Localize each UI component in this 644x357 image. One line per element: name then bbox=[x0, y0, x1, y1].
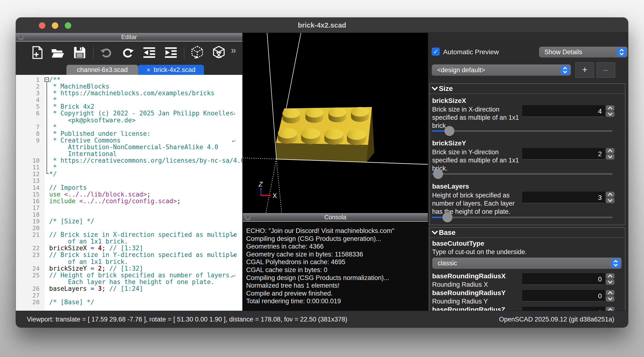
3d-viewport[interactable]: Z X bbox=[243, 33, 428, 213]
code-line: 2 * MachineBlocks bbox=[16, 83, 242, 90]
open-file-icon[interactable] bbox=[51, 46, 64, 59]
slider-handle[interactable] bbox=[442, 212, 452, 222]
toolbar-overflow-icon[interactable]: » bbox=[231, 45, 236, 56]
size-group: Size brickSizeX Brick size in X-directio… bbox=[430, 84, 625, 225]
code-editor[interactable]: − 1/**2 * MachineBlocks3 * https://machi… bbox=[16, 75, 242, 311]
redo-icon[interactable] bbox=[121, 46, 134, 59]
toolbar-separator bbox=[93, 46, 94, 59]
param-desc: Type of cut-out on the underside. bbox=[432, 248, 527, 256]
param-desc: Brick size in Y-direction bbox=[432, 148, 499, 156]
code-line: 15use <../../lib/block.scad>; bbox=[16, 191, 242, 198]
spinbox-value: 3 bbox=[598, 192, 602, 204]
wrap-indicator-icon: ↵ bbox=[232, 231, 235, 238]
size-group-header[interactable]: Size bbox=[430, 84, 625, 94]
preview-icon[interactable]: » bbox=[190, 46, 204, 59]
baseRoundingRadiusY-spinbox[interactable]: 0 bbox=[522, 290, 605, 302]
dropdown-value: Show Details bbox=[544, 47, 582, 57]
fold-marker-icon[interactable]: − bbox=[45, 78, 49, 82]
editor-toolbar: » » bbox=[16, 42, 242, 64]
param-desc: Height of brick specified as bbox=[432, 192, 510, 199]
code-line: 17 bbox=[16, 204, 242, 211]
param-name: brickSizeX bbox=[432, 97, 466, 104]
slider-handle[interactable] bbox=[433, 169, 443, 179]
code-line: 26baseLayers = 3; // [1:24] bbox=[16, 285, 242, 292]
size-group-title: Size bbox=[439, 85, 453, 92]
chevron-down-icon bbox=[432, 230, 438, 236]
title-bar[interactable]: brick-4x2.scad bbox=[16, 18, 628, 33]
brickSizeX-spin-buttons[interactable] bbox=[606, 105, 614, 117]
axis-x-label: X bbox=[272, 192, 277, 199]
unindent-icon[interactable] bbox=[142, 46, 156, 59]
baseLayers-slider[interactable] bbox=[432, 217, 612, 218]
baseRoundingRadiusY-spin-buttons[interactable] bbox=[606, 290, 614, 302]
add-preset-button[interactable]: + bbox=[576, 62, 594, 78]
console-line: CGAL cache size in bytes: 0 bbox=[246, 266, 426, 274]
code-line: 1/** bbox=[16, 76, 242, 83]
undo-icon[interactable] bbox=[100, 46, 113, 59]
indent-icon[interactable] bbox=[164, 46, 178, 59]
status-bar: Viewport: translate = [ 17.59 29.68 -7.7… bbox=[16, 311, 628, 328]
automatic-preview-checkbox[interactable]: ✓ bbox=[432, 48, 440, 56]
console-line: Normalized tree has 1 elements! bbox=[246, 282, 426, 290]
console-line: CGAL Polyhedrons in cache: 4695 bbox=[246, 258, 426, 266]
remove-preset-button[interactable]: – bbox=[596, 62, 615, 78]
param-name: baseRoundingRadiusX bbox=[432, 272, 506, 280]
spinbox-value: 4 bbox=[598, 106, 602, 117]
brickSizeY-spin-buttons[interactable] bbox=[606, 148, 614, 160]
baseRoundingRadiusX-spin-buttons[interactable] bbox=[606, 273, 614, 285]
code-line: of an 1x1 brick. bbox=[16, 258, 242, 265]
param-name: baseLayers bbox=[432, 182, 469, 190]
param-name: brickSizeY bbox=[432, 140, 466, 147]
checkmark-icon: ✓ bbox=[433, 48, 438, 55]
code-line: <pk@pksoftware.de> bbox=[16, 117, 242, 124]
slider-handle[interactable] bbox=[444, 126, 454, 136]
code-line: 22brickSizeX = 4; // [1:32] bbox=[16, 245, 242, 252]
save-file-icon[interactable] bbox=[73, 46, 86, 59]
tab-label: brick-4x2.scad bbox=[154, 66, 196, 74]
base-group-header[interactable]: Base bbox=[430, 228, 625, 238]
code-line: 20 bbox=[16, 224, 242, 231]
show-details-dropdown[interactable]: Show Details bbox=[539, 46, 628, 58]
baseRoundingRadiusX-spinbox[interactable]: 0 bbox=[522, 273, 605, 285]
code-line: 4 * bbox=[16, 96, 242, 103]
dropdown-stepper-icon bbox=[617, 48, 626, 56]
baseLayers-spin-buttons[interactable] bbox=[606, 192, 614, 203]
wrap-indicator-icon: ↵ bbox=[232, 272, 235, 278]
console-panel-header[interactable]: × Consola bbox=[243, 213, 428, 222]
code-line: 6 * Copyright (c) 2022 - 2025 Jan Philip… bbox=[16, 110, 242, 116]
version-status-text: OpenSCAD 2025.09.12 (git d38a6251a) bbox=[499, 311, 614, 328]
baseLayers-spinbox[interactable]: 3 bbox=[522, 192, 605, 203]
new-file-icon[interactable] bbox=[30, 46, 44, 59]
console-line: Geometries in cache: 4366 bbox=[246, 242, 426, 250]
console-panel-title: Consola bbox=[243, 213, 428, 221]
dropdown-stepper-icon bbox=[560, 66, 570, 74]
brickSizeY-slider[interactable] bbox=[432, 173, 612, 175]
openscad-window: brick-4x2.scad × Editar bbox=[16, 18, 628, 328]
preset-dropdown[interactable]: <design default> bbox=[432, 64, 571, 76]
viewport-console-column: Z X × Consola ECHO: "Join our Discord! V… bbox=[242, 33, 428, 311]
tab-brick-4x2[interactable]: ×brick-4x2.scad bbox=[138, 65, 204, 75]
editor-tab-bar: channel-6x3.scad ×brick-4x2.scad bbox=[16, 64, 242, 75]
code-line: 5 * Brick 4x2 bbox=[16, 103, 242, 110]
param-desc: specified as multiple of an 1x1 bbox=[432, 114, 519, 122]
code-line: 16include <../../config/config.scad>; bbox=[16, 198, 242, 204]
code-line: 19/* [Size] */ bbox=[16, 218, 242, 224]
tab-channel-6x3[interactable]: channel-6x3.scad bbox=[66, 65, 138, 75]
baseCutoutType-dropdown[interactable]: classic bbox=[432, 258, 622, 269]
code-line: 27 bbox=[16, 292, 242, 299]
tab-close-icon[interactable]: × bbox=[146, 66, 150, 74]
render-icon[interactable] bbox=[212, 46, 226, 59]
brickSizeX-spinbox[interactable]: 4 bbox=[522, 105, 605, 117]
console-line: ECHO: "Join our Discord! Visit machinebl… bbox=[246, 227, 426, 235]
brickSizeY-spinbox[interactable]: 2 bbox=[522, 148, 605, 160]
customizer-panel: ✓ Automatic Preview Show Details <design… bbox=[428, 33, 628, 311]
code-line: 25// Height of brick specified as number… bbox=[16, 272, 242, 278]
console-line: Total rendering time: 0:00:00.019 bbox=[246, 297, 426, 305]
console-output[interactable]: ECHO: "Join our Discord! Visit machinebl… bbox=[243, 222, 428, 311]
code-line: 24brickSizeY = 2; // [1:32] bbox=[16, 265, 242, 272]
base-group-title: Base bbox=[439, 229, 456, 236]
param-desc: Brick size in X-direction bbox=[432, 106, 500, 113]
brickSizeX-slider[interactable] bbox=[432, 130, 612, 132]
tab-label: channel-6x3.scad bbox=[77, 66, 128, 74]
code-line: 10 * https://creativecommons.org/license… bbox=[16, 157, 242, 164]
